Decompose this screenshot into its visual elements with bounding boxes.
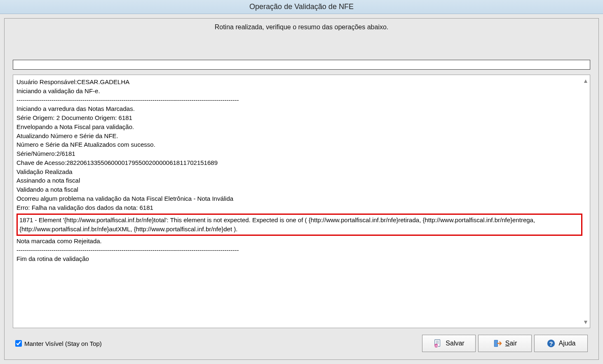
error-message: 1871 - Element '{http://www.portalfiscal… (19, 216, 580, 234)
log-line: Assinando a nota fiscal (16, 176, 582, 185)
scrollbar[interactable]: ▲ ▼ (582, 77, 589, 326)
log-line: Série Origem: 2 Documento Origem: 6181 (16, 113, 582, 122)
log-line: Série/Número:2/6181 (16, 149, 582, 158)
inner-panel: Rotina realizada, verifique o resumo das… (4, 18, 599, 360)
log-separator: ----------------------------------------… (16, 246, 582, 255)
log-line: Chave de Acesso:282206133550600001795500… (16, 158, 582, 167)
log-line: Ocorreu algum problema na validação da N… (16, 194, 582, 203)
content-wrapper: Rotina realizada, verifique o resumo das… (0, 14, 603, 364)
log-line: Envelopando a Nota Fiscal para validação… (16, 122, 582, 132)
log-line: Iniciando a varredura das Notas Marcadas… (16, 104, 582, 113)
log-line: Nota marcada como Rejeitada. (16, 237, 582, 246)
scroll-down-icon[interactable]: ▼ (582, 318, 589, 326)
exit-icon (493, 339, 502, 348)
log-line: Validando a nota fiscal (16, 185, 582, 194)
log-line: Validação Realizada (16, 167, 582, 176)
window-title: Operação de Validação de NFE (0, 0, 603, 14)
stay-on-top-label: Manter Visível (Stay on Top) (24, 340, 102, 347)
help-button[interactable]: ? Ajuda (534, 335, 588, 352)
save-button[interactable]: LOG Salvar (422, 335, 476, 352)
save-log-icon: LOG (433, 339, 442, 348)
svg-text:?: ? (549, 341, 553, 347)
help-icon: ? (547, 339, 556, 348)
stay-on-top-checkbox[interactable] (15, 340, 22, 347)
scroll-up-icon[interactable]: ▲ (582, 77, 589, 85)
footer-bar: Manter Visível (Stay on Top) LOG (13, 328, 590, 354)
log-line: Usuário Responsável:CESAR.GADELHA (16, 77, 582, 87)
exit-button[interactable]: Sair (478, 335, 532, 352)
log-line: Erro: Falha na validação dos dados da no… (16, 203, 582, 212)
log-separator: ----------------------------------------… (16, 96, 582, 105)
progress-bar (13, 60, 590, 70)
error-highlight: 1871 - Element '{http://www.portalfiscal… (16, 214, 582, 236)
save-button-label: Salvar (446, 340, 464, 347)
log-line: Iniciando a validação da NF-e. (16, 87, 582, 96)
help-button-label: Ajuda (559, 340, 576, 347)
stay-on-top-checkbox-wrap[interactable]: Manter Visível (Stay on Top) (15, 340, 102, 347)
exit-button-label: Sair (505, 340, 517, 347)
status-message: Rotina realizada, verifique o resumo das… (13, 22, 590, 60)
log-output[interactable]: Usuário Responsável:CESAR.GADELHA Inicia… (13, 75, 590, 328)
log-line: Número e Série da NFE Atualizados com su… (16, 140, 582, 149)
log-line: Atualizando Número e Série da NFE. (16, 132, 582, 141)
log-line: Fim da rotina de validação (16, 254, 582, 263)
nfe-validation-window: Operação de Validação de NFE Rotina real… (0, 0, 603, 364)
svg-text:LOG: LOG (434, 345, 439, 347)
